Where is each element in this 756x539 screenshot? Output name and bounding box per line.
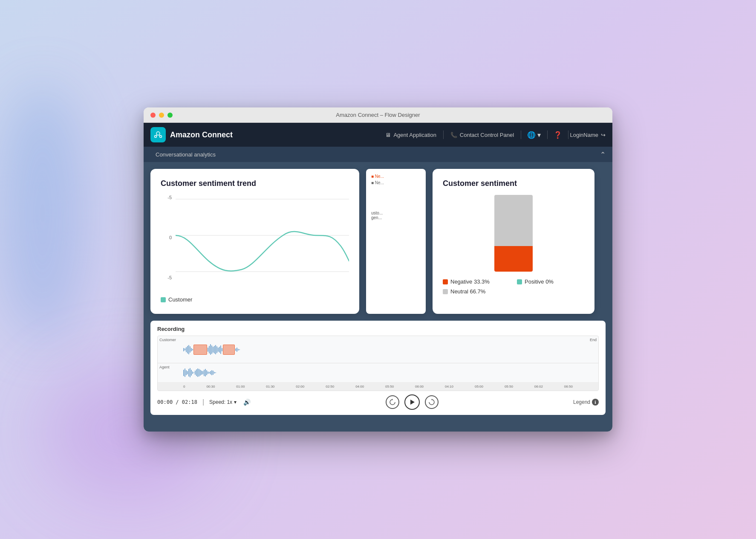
playback-speed[interactable]: Speed: 1x ▾ [209, 399, 237, 405]
customer-waveform-bars [183, 338, 543, 361]
volume-button[interactable]: 🔊 [243, 399, 251, 406]
customer-sentiment-card: Customer sentiment Negative 33.3% Positi… [433, 169, 594, 314]
phone-icon: 📞 [450, 132, 457, 138]
timeline-6: 04:00 [355, 385, 364, 388]
timeline-2: 01:00 [236, 385, 245, 388]
timeline-9: 04:10 [445, 385, 453, 388]
nav-logo: Amazon Connect [150, 127, 233, 142]
timeline-10: 05:00 [475, 385, 483, 388]
partial-label-2: ■ Ne... [371, 180, 421, 185]
traffic-lights [150, 113, 173, 118]
timeline-3: 01:30 [266, 385, 274, 388]
svg-line-4 [159, 135, 160, 136]
customer-sentiment-title: Customer sentiment [443, 179, 584, 188]
logo-icon [150, 127, 166, 142]
nav-divider-2 [521, 130, 521, 139]
play-button[interactable] [404, 394, 420, 410]
sentiment-bar-chart [443, 195, 584, 272]
negative-bar-segment [494, 246, 533, 272]
y-label-mid: 0 [169, 235, 172, 240]
positive-legend-label: Positive 0% [525, 278, 554, 285]
partial-label-4: gen... [371, 215, 421, 220]
neutral-legend-icon [443, 289, 448, 294]
end-label: End [590, 338, 597, 342]
timeline-5: 02:50 [326, 385, 334, 388]
sentiment-trend-card: Customer sentiment trend -5 0 -5 [150, 169, 359, 314]
sentiment-legend: Negative 33.3% Positive 0% Neutral 66.7% [443, 278, 584, 295]
playback-controls [386, 394, 439, 410]
separator: | [202, 398, 204, 406]
legend-label: Legend [573, 399, 590, 405]
playback-bar: 00:00 / 02:18 | Speed: 1x ▾ 🔊 [157, 391, 599, 410]
forward-button[interactable] [425, 395, 439, 409]
recording-title: Recording [157, 326, 599, 332]
agent-application-nav[interactable]: 🖥 Agent Application [380, 129, 441, 141]
maximize-button[interactable] [167, 113, 173, 118]
help-button[interactable]: ❓ [549, 128, 566, 142]
svg-marker-8 [410, 400, 415, 405]
contact-panel-nav[interactable]: 📞 Contact Control Panel [445, 129, 519, 141]
customer-track-label: Customer [159, 338, 176, 342]
positive-legend-icon [517, 279, 522, 284]
timeline-11: 05:50 [505, 385, 513, 388]
svg-line-3 [156, 135, 157, 136]
y-label-top: -5 [167, 195, 172, 200]
nav-divider-1 [443, 130, 444, 139]
waveform-container[interactable]: Customer [157, 336, 599, 391]
collapse-button[interactable]: ⌃ [600, 151, 606, 159]
customer-legend-label: Customer [168, 296, 192, 303]
minimize-button[interactable] [159, 113, 164, 118]
customer-track: Customer [158, 336, 598, 363]
negative-legend-item: Negative 33.3% [443, 278, 510, 285]
logout-icon: ↪ [601, 132, 606, 138]
main-content: Customer sentiment trend -5 0 -5 [144, 162, 612, 432]
customer-legend-dot [161, 297, 166, 302]
partial-label-1: ■ Ne... [371, 174, 421, 179]
cards-row: Customer sentiment trend -5 0 -5 [144, 162, 612, 317]
contact-panel-label: Contact Control Panel [460, 132, 514, 138]
rewind-button[interactable] [386, 395, 399, 409]
nav-divider-3 [547, 130, 548, 139]
speed-label: Speed: 1x [209, 399, 232, 405]
timeline-0: 0 [183, 385, 185, 388]
chart-legend: Customer [161, 296, 349, 303]
negative-legend-label: Negative 33.3% [450, 278, 490, 285]
tab-bar: Conversational analytics ⌃ [144, 147, 612, 162]
trend-svg [176, 195, 349, 276]
timeline-13: 06:50 [564, 385, 573, 388]
playback-time: 00:00 / 02:18 [157, 399, 197, 405]
neutral-bar-segment [494, 195, 533, 246]
recording-section: Recording Customer [150, 321, 606, 415]
legend-button[interactable]: Legend ℹ [573, 399, 599, 406]
neutral-legend-item: Neutral 66.7% [443, 288, 510, 295]
conversational-analytics-tab[interactable]: Conversational analytics [150, 149, 221, 160]
username-label: LoginName [570, 132, 599, 138]
trend-chart: -5 0 -5 [161, 195, 349, 293]
nav-bar: Amazon Connect 🖥 Agent Application 📞 Con… [144, 123, 612, 147]
waveform-timeline: 0 00:30 01:00 01:30 02:00 02:50 04:00 05… [158, 382, 598, 391]
partial-label-3: usto... [371, 211, 421, 215]
stacked-bar [494, 195, 533, 272]
timeline-12: 06:02 [534, 385, 543, 388]
neutral-legend-label: Neutral 66.7% [450, 288, 485, 295]
agent-track: Agent [158, 363, 598, 382]
partial-card: ■ Ne... ■ Ne... usto... gen... [366, 169, 426, 314]
title-bar: Amazon Connect – Flow Designer [144, 107, 612, 123]
negative-legend-icon [443, 279, 448, 284]
chart-svg-area [176, 195, 349, 293]
agent-app-label: Agent Application [393, 132, 436, 138]
monitor-icon: 🖥 [385, 132, 391, 138]
agent-track-label: Agent [159, 365, 170, 369]
y-axis-labels: -5 0 -5 [161, 195, 173, 280]
nav-brand: Amazon Connect [170, 130, 233, 139]
y-label-bottom: -5 [167, 275, 172, 280]
nav-items: 🖥 Agent Application 📞 Contact Control Pa… [380, 128, 606, 142]
timeline-marks: 0 00:30 01:00 01:30 02:00 02:50 04:00 05… [183, 385, 573, 388]
timeline-4: 02:00 [296, 385, 304, 388]
user-menu[interactable]: LoginName ↪ [570, 132, 606, 138]
agent-waveform-bars [183, 365, 543, 380]
close-button[interactable] [150, 113, 156, 118]
globe-button[interactable]: 🌐 ▾ [523, 128, 545, 142]
nav-divider-4 [568, 130, 568, 139]
timeline-1: 00:30 [206, 385, 215, 388]
